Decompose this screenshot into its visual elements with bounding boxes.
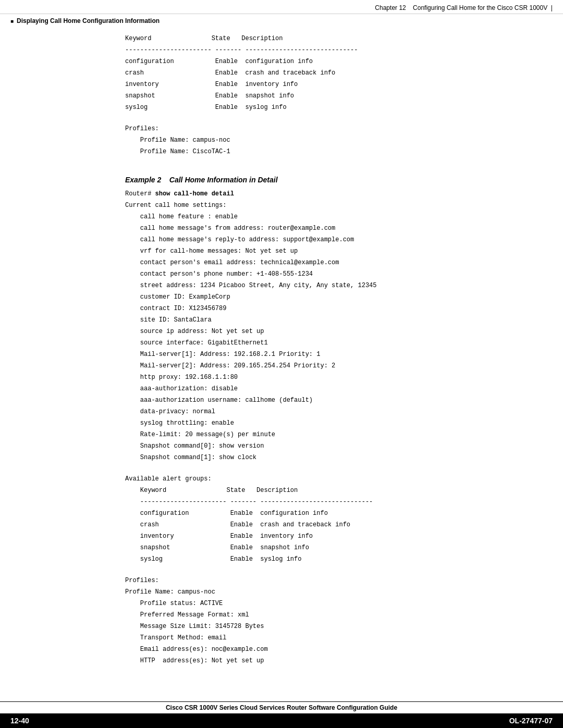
settings-line: street address: 1234 Picaboo Street, Any… [125, 281, 532, 290]
settings-line: source ip address: Not yet set up [125, 327, 532, 336]
settings-line: http proxy: 192.168.1.1:80 [125, 373, 532, 382]
settings-line: customer ID: ExampleCorp [125, 292, 532, 302]
footer-bottom-bar: 12-40 OL-27477-07 [0, 713, 563, 728]
settings-line: Mail-server[1]: Address: 192.168.2.1 Pri… [125, 350, 532, 359]
profile2-line: Profile Name: campus-noc [125, 587, 532, 597]
profile-line: Profile Name: CiscoTAC-1 [125, 147, 532, 156]
profile2-line: Preferred Message Format: xml [125, 610, 532, 620]
profiles1-lines: Profile Name: campus-noc Profile Name: C… [125, 135, 532, 156]
settings-line: contact person's phone number: +1-408-55… [125, 269, 532, 279]
alert-table-row: crash Enable crash and traceback info [125, 520, 532, 529]
table-row: snapshot Enable snapshot info [125, 91, 532, 101]
alert-table-row: configuration Enable configuration info [125, 509, 532, 518]
table-row: configuration Enable configuration info [125, 57, 532, 66]
profiles2-label: Profiles: [125, 576, 532, 585]
footer-guide-text: Cisco CSR 1000V Series Cloud Services Ro… [0, 701, 563, 713]
settings-line: aaa-authorization: disable [125, 384, 532, 393]
profile-line: Profile Name: campus-noc [125, 135, 532, 145]
settings-line: call home message's reply-to address: su… [125, 235, 532, 244]
profile2-line: Profile status: ACTIVE [125, 599, 532, 608]
available-alert-table-header: Keyword State Description [125, 486, 532, 495]
command-line: Router# show call-home detail [125, 189, 532, 199]
profile2-line: Transport Method: email [125, 633, 532, 643]
table-row: crash Enable crash and traceback info [125, 68, 532, 78]
header-chapter-title: Chapter 12 Configuring Call Home for the… [375, 4, 553, 11]
page-header: Chapter 12 Configuring Call Home for the… [0, 0, 563, 14]
section-label: Displaying Call Home Configuration Infor… [0, 14, 563, 27]
alert-table-row: snapshot Enable snapshot info [125, 543, 532, 552]
settings-line: Snapshot command[0]: show version [125, 441, 532, 451]
alert-table-row: inventory Enable inventory info [125, 532, 532, 541]
settings-line: call home feature : enable [125, 212, 532, 221]
profile2-line: Message Size Limit: 3145728 Bytes [125, 622, 532, 631]
settings-line: call home message's from address: router… [125, 224, 532, 233]
main-content: Keyword State Description --------------… [0, 27, 563, 696]
available-alert-rows: configuration Enable configuration info … [125, 509, 532, 564]
footer-doc-number: OL-27477-07 [509, 717, 553, 725]
settings-line: Mail-server[2]: Address: 209.165.254.254… [125, 361, 532, 371]
current-settings-lines: call home feature : enable call home mes… [125, 212, 532, 462]
settings-line: vrf for call-home messages: Not yet set … [125, 246, 532, 256]
settings-line: contract ID: X123456789 [125, 304, 532, 313]
table1-divider: ----------------------- ------- --------… [125, 45, 532, 55]
table1-rows: configuration Enable configuration infoc… [125, 57, 532, 112]
settings-line: syslog throttling: enable [125, 418, 532, 428]
profiles2-lines: Profile Name: campus-noc Profile status:… [125, 587, 532, 665]
settings-line: contact person's email address: technica… [125, 258, 532, 267]
profiles1-label: Profiles: [125, 124, 532, 133]
settings-line: aaa-authorization username: callhome (de… [125, 396, 532, 405]
settings-line: Snapshot command[1]: show clock [125, 453, 532, 462]
alert-table-row: syslog Enable syslog info [125, 554, 532, 564]
settings-line: site ID: SantaClara [125, 315, 532, 325]
profile2-line: HTTP address(es): Not yet set up [125, 656, 532, 665]
available-alert-table-divider: ----------------------- ------- --------… [125, 497, 532, 507]
table1-header: Keyword State Description [125, 34, 532, 43]
page-footer: Cisco CSR 1000V Series Cloud Services Ro… [0, 701, 563, 728]
settings-line: data-privacy: normal [125, 407, 532, 416]
example2-heading: Example 2 Call Home Information in Detai… [125, 176, 532, 184]
profile2-line: Email address(es): noc@example.com [125, 645, 532, 654]
current-settings-label: Current call home settings: [125, 201, 532, 210]
available-alert-label: Available alert groups: [125, 474, 532, 484]
footer-page-number: 12-40 [10, 717, 29, 725]
settings-line: source interface: GigabitEthernet1 [125, 338, 532, 348]
settings-line: Rate-limit: 20 message(s) per minute [125, 430, 532, 439]
table-row: inventory Enable inventory info [125, 80, 532, 89]
table-row: syslog Enable syslog info [125, 103, 532, 112]
